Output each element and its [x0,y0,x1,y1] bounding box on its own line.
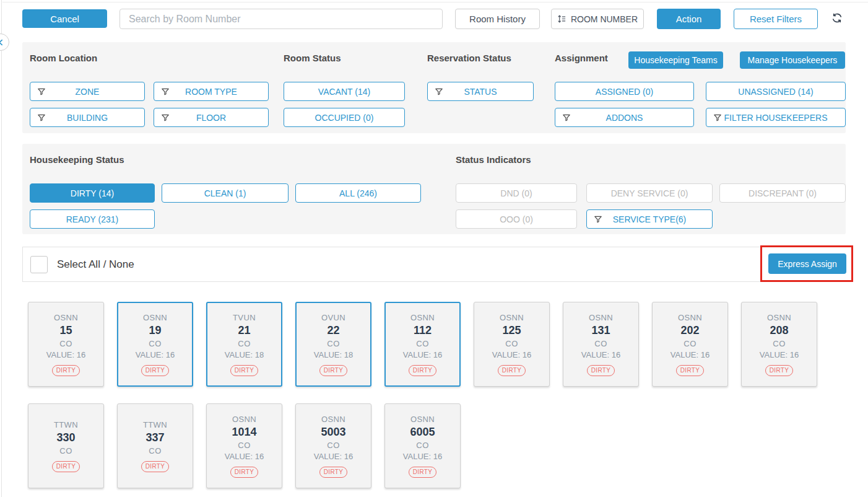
filter-clean-label: CLEAN (1) [204,188,246,198]
room-number: 208 [770,324,788,337]
room-card[interactable]: OSNN 15 CO VALUE: 16 DIRTY [28,302,104,387]
filter-ooo-button[interactable]: OOO (0) [456,209,577,229]
sort-icon [557,14,566,24]
room-number: 6005 [410,426,435,439]
room-status-code: CO [149,446,161,455]
filter-room-type-label: ROOM TYPE [185,87,237,97]
filter-building-button[interactable]: BUILDING [30,108,145,127]
filter-ready-button[interactable]: READY (231) [30,209,155,229]
reset-filters-button[interactable]: Reset Filters [734,9,818,29]
funnel-icon [594,215,602,224]
room-type: TTWN [54,420,78,429]
room-type: OSNN [500,313,524,322]
room-card[interactable]: OSNN 6005 CO VALUE: 16 DIRTY [384,403,461,488]
filter-dnd-label: DND (0) [500,188,532,198]
filter-deny-service-label: DENY SERVICE (0) [611,188,688,198]
room-status-code: CO [773,339,785,348]
room-number: 131 [591,324,610,337]
room-number: 202 [680,324,699,337]
filter-floor-button[interactable]: FLOOR [154,108,269,127]
room-status-code: CO [238,339,250,348]
refresh-icon[interactable] [829,10,845,26]
room-card[interactable]: OSNN 1014 CO VALUE: 16 DIRTY [206,403,282,488]
room-card[interactable]: TVUN 21 CO VALUE: 18 DIRTY [206,302,282,387]
room-card[interactable]: OVUN 22 CO VALUE: 18 DIRTY [295,302,371,387]
express-assign-button[interactable]: Express Assign [768,253,846,274]
filter-housekeepers-button[interactable]: FILTER HOUSEKEEPERS [706,108,846,127]
room-dirty-badge: DIRTY [230,467,258,478]
filter-discrepant-label: DISCREPANT (0) [749,188,817,198]
filter-unassigned-button[interactable]: UNASSIGNED (14) [706,82,846,101]
room-status-code: CO [416,441,428,450]
room-number: 337 [145,431,164,444]
reservation-status-title: Reservation Status [427,53,511,63]
room-value: VALUE: 16 [403,452,442,461]
room-card[interactable]: OSNN 202 CO VALUE: 16 DIRTY [652,302,728,387]
room-status-code: CO [684,339,696,348]
filter-addons-button[interactable]: ADDONS [555,108,694,127]
filter-unassigned-label: UNASSIGNED (14) [738,87,813,97]
filter-dnd-button[interactable]: DND (0) [456,183,577,203]
room-card[interactable]: OSNN 19 CO VALUE: 16 DIRTY [117,302,193,387]
room-value: VALUE: 16 [492,350,531,359]
room-type: OSNN [410,313,435,322]
room-card[interactable]: OSNN 5003 CO VALUE: 16 DIRTY [295,403,371,488]
room-dirty-badge: DIRTY [52,365,80,376]
room-card[interactable]: OSNN 125 CO VALUE: 16 DIRTY [474,302,550,387]
sort-room-number-button[interactable]: ROOM NUMBER [551,9,644,29]
room-value: VALUE: 16 [671,350,710,359]
room-type: OSNN [410,415,435,424]
collapse-panel-button[interactable] [0,33,9,51]
room-card[interactable]: TTWN 337 CO DIRTY [117,403,193,488]
filters-panel-bottom: Housekeeping Status Status Indicators DI… [22,144,846,234]
room-number: 22 [327,324,339,337]
room-dirty-badge: DIRTY [409,365,436,376]
room-dirty-badge: DIRTY [319,365,347,376]
chevron-left-icon [0,39,4,46]
filter-room-type-button[interactable]: ROOM TYPE [154,82,269,101]
sort-label: ROOM NUMBER [571,14,638,24]
room-dirty-badge: DIRTY [498,365,526,376]
filter-zone-button[interactable]: ZONE [30,82,145,101]
room-dirty-badge: DIRTY [765,365,793,376]
room-status-code: CO [594,339,607,348]
room-status-code: CO [327,339,339,348]
action-button[interactable]: Action [657,9,721,29]
housekeeping-teams-button[interactable]: Housekeeping Teams [628,51,723,69]
filter-clean-button[interactable]: CLEAN (1) [162,183,289,203]
room-status-code: CO [149,339,161,348]
filter-deny-service-button[interactable]: DENY SERVICE (0) [586,183,713,203]
search-input[interactable] [119,9,443,29]
room-location-title: Room Location [30,53,97,63]
filter-addons-label: ADDONS [606,113,643,123]
room-number: 15 [59,324,72,337]
select-all-checkbox[interactable] [30,256,48,273]
room-dirty-badge: DIRTY [52,461,80,472]
room-status-code: CO [416,339,428,348]
room-card[interactable]: OSNN 131 CO VALUE: 16 DIRTY [563,302,639,387]
funnel-icon [713,113,722,122]
room-dirty-badge: DIRTY [409,467,436,478]
filter-dirty-button[interactable]: DIRTY (14) [30,183,155,203]
filter-discrepant-button[interactable]: DISCREPANT (0) [719,183,846,203]
filter-service-type-button[interactable]: SERVICE TYPE(6) [586,209,713,229]
filter-ooo-label: OOO (0) [500,214,533,224]
room-value: VALUE: 16 [225,452,264,461]
room-card[interactable]: OSNN 112 CO VALUE: 16 DIRTY [384,302,461,387]
filter-vacant-button[interactable]: VACANT (14) [284,82,405,101]
filter-occupied-button[interactable]: OCCUPIED (0) [284,108,405,127]
filters-panel-top: Room Location Room Status Reservation St… [22,42,846,133]
filter-status-label: STATUS [464,87,497,97]
room-number: 19 [149,324,161,337]
filter-status-button[interactable]: STATUS [427,82,534,101]
room-dirty-badge: DIRTY [676,365,704,376]
room-history-button[interactable]: Room History [455,9,540,29]
filter-all-button[interactable]: ALL (246) [295,183,421,203]
manage-housekeepers-button[interactable]: Manage Housekeepers [740,51,845,69]
room-card[interactable]: OSNN 208 CO VALUE: 16 DIRTY [741,302,817,387]
cancel-button[interactable]: Cancel [22,9,107,28]
filter-assigned-button[interactable]: ASSIGNED (0) [555,82,694,101]
room-value: VALUE: 16 [760,350,799,359]
room-type: OSNN [767,313,791,322]
room-card[interactable]: TTWN 330 CO DIRTY [28,403,104,488]
